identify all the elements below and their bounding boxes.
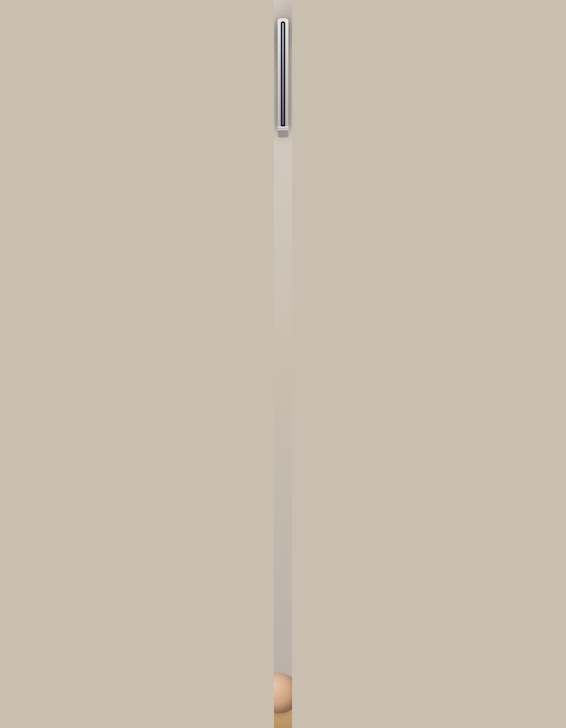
keyboard-row-2 <box>278 133 288 134</box>
laptop-screen-shell: Kevin Kare 06:01 <box>277 18 289 126</box>
laptop-container: Kevin Kare 06:01 <box>277 18 289 138</box>
keyboard-row-3 <box>279 135 287 136</box>
keyboard-area <box>277 130 289 138</box>
trackpad-notch <box>277 128 289 129</box>
screen-bezel: Kevin Kare 06:01 <box>281 21 285 126</box>
keyboard-rows <box>278 131 288 136</box>
decorative-sphere <box>274 673 292 713</box>
full-page: Kevin Kare 06:01 <box>274 0 292 728</box>
laptop-base <box>277 126 289 130</box>
keyboard-row-1 <box>278 131 288 132</box>
screen: Kevin Kare 06:01 <box>282 23 284 125</box>
